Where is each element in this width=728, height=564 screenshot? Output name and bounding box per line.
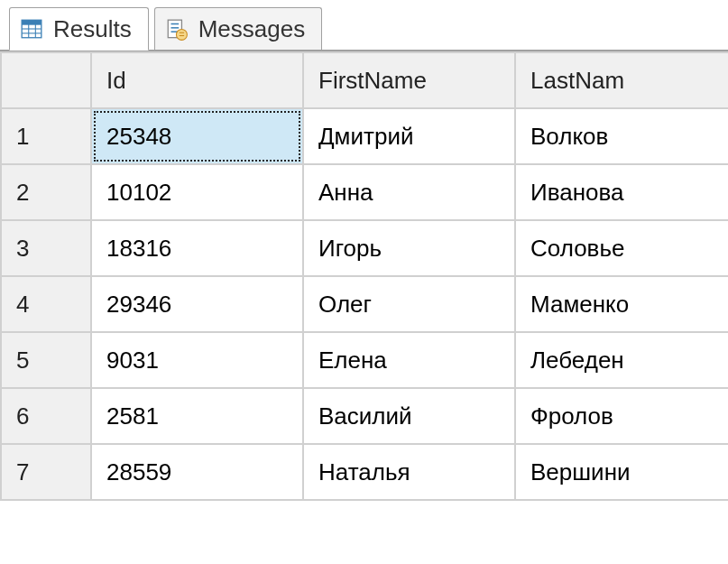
- svg-rect-1: [22, 20, 41, 24]
- cell-id[interactable]: 25348: [91, 108, 303, 164]
- column-header-lastname[interactable]: LastNam: [515, 52, 728, 108]
- cell-id[interactable]: 29346: [91, 276, 303, 332]
- cell-firstname[interactable]: Олег: [303, 276, 515, 332]
- cell-firstname[interactable]: Анна: [303, 164, 515, 220]
- cell-lastname[interactable]: Вершини: [515, 444, 728, 500]
- tab-results-label: Results: [53, 15, 132, 43]
- table-row[interactable]: 4 29346 Олег Маменко: [1, 276, 728, 332]
- cell-id[interactable]: 18316: [91, 220, 303, 276]
- cell-firstname[interactable]: Василий: [303, 388, 515, 444]
- table-header-row: Id FirstName LastNam: [1, 52, 728, 108]
- row-number[interactable]: 3: [1, 220, 91, 276]
- cell-lastname[interactable]: Иванова: [515, 164, 728, 220]
- cell-id[interactable]: 28559: [91, 444, 303, 500]
- results-grid: Id FirstName LastNam 1 25348 Дмитрий Вол…: [0, 50, 728, 501]
- table-row[interactable]: 5 9031 Елена Лебеден: [1, 332, 728, 388]
- column-header-rownum[interactable]: [1, 52, 91, 108]
- result-tabs: Results Messages: [0, 0, 728, 51]
- cell-firstname[interactable]: Наталья: [303, 444, 515, 500]
- row-number[interactable]: 5: [1, 332, 91, 388]
- table-row[interactable]: 6 2581 Василий Фролов: [1, 388, 728, 444]
- cell-firstname[interactable]: Игорь: [303, 220, 515, 276]
- cell-lastname[interactable]: Волков: [515, 108, 728, 164]
- cell-id[interactable]: 2581: [91, 388, 303, 444]
- column-header-firstname[interactable]: FirstName: [303, 52, 515, 108]
- row-number[interactable]: 4: [1, 276, 91, 332]
- cell-firstname[interactable]: Дмитрий: [303, 108, 515, 164]
- row-number[interactable]: 2: [1, 164, 91, 220]
- table-row[interactable]: 3 18316 Игорь Соловье: [1, 220, 728, 276]
- tab-results[interactable]: Results: [9, 7, 149, 51]
- column-header-id[interactable]: Id: [91, 52, 303, 108]
- cell-id[interactable]: 10102: [91, 164, 303, 220]
- row-number[interactable]: 1: [1, 108, 91, 164]
- tab-messages[interactable]: Messages: [154, 7, 323, 51]
- messages-icon: [164, 17, 189, 42]
- cell-firstname[interactable]: Елена: [303, 332, 515, 388]
- cell-id[interactable]: 9031: [91, 332, 303, 388]
- table-row[interactable]: 7 28559 Наталья Вершини: [1, 444, 728, 500]
- cell-lastname[interactable]: Фролов: [515, 388, 728, 444]
- results-grid-icon: [19, 16, 44, 42]
- cell-lastname[interactable]: Лебеден: [515, 332, 728, 388]
- tab-messages-label: Messages: [198, 15, 306, 43]
- results-table: Id FirstName LastNam 1 25348 Дмитрий Вол…: [0, 51, 728, 501]
- cell-lastname[interactable]: Маменко: [515, 276, 728, 332]
- cell-lastname[interactable]: Соловье: [515, 220, 728, 276]
- svg-point-10: [176, 29, 187, 40]
- row-number[interactable]: 6: [1, 388, 91, 444]
- table-row[interactable]: 2 10102 Анна Иванова: [1, 164, 728, 220]
- row-number[interactable]: 7: [1, 444, 91, 500]
- table-row[interactable]: 1 25348 Дмитрий Волков: [1, 108, 728, 164]
